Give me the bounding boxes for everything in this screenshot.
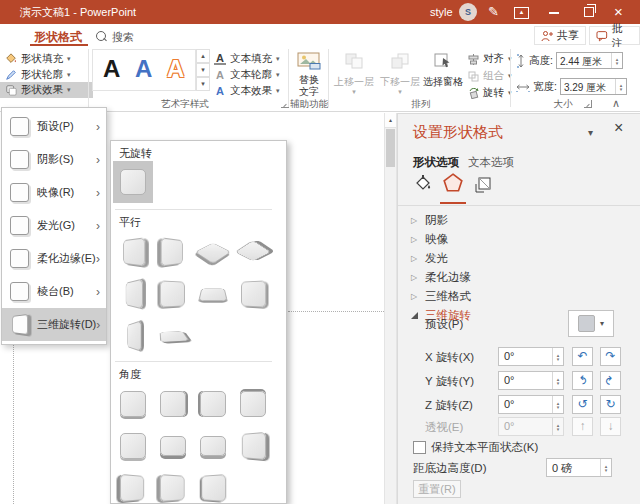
spinner-icon[interactable]: ▴▾ bbox=[615, 79, 626, 94]
pane-section-row[interactable]: ▷ 三维格式 bbox=[398, 287, 640, 306]
x-rotate-right-button[interactable]: ↷ bbox=[600, 347, 621, 366]
gallery-up-icon[interactable]: ▴ bbox=[196, 49, 210, 63]
restore-window-icon[interactable] bbox=[584, 7, 594, 17]
pane-section-row[interactable]: ▷ 发光 bbox=[398, 249, 640, 268]
spinner-icon[interactable]: ▴▾ bbox=[611, 53, 622, 68]
effects-menu-item[interactable]: 映像(R) › bbox=[2, 176, 106, 209]
y-rotate-up-button[interactable]: ↶ bbox=[572, 371, 593, 390]
align-icon bbox=[468, 54, 479, 65]
scrollbar-thumb[interactable] bbox=[386, 129, 395, 167]
wordart-sample[interactable]: A bbox=[167, 56, 184, 82]
effects-menu-item[interactable]: 柔化边缘(E) › bbox=[2, 242, 106, 275]
group-button[interactable]: 组合▾ bbox=[468, 68, 512, 84]
tab-text-options[interactable]: 文本选项 bbox=[468, 155, 514, 170]
spinner-icon[interactable]: ▴▾ bbox=[600, 459, 611, 476]
send-backward-button[interactable]: 下移一层 ▾ bbox=[378, 49, 422, 99]
z-rotate-ccw-button[interactable]: ↺ bbox=[572, 395, 593, 414]
distance-from-ground-input[interactable]: 0 磅 ▴▾ bbox=[546, 458, 612, 477]
collapse-ribbon-icon[interactable]: ∧ bbox=[612, 97, 620, 110]
rotation-option[interactable] bbox=[193, 273, 233, 315]
editor-scrollbar[interactable]: ▴ bbox=[384, 113, 397, 504]
pane-menu-chevron-icon[interactable]: ▾ bbox=[588, 127, 593, 138]
rotation-option[interactable] bbox=[153, 273, 193, 315]
x-rotate-left-button[interactable]: ↶ bbox=[572, 347, 593, 366]
reset-button[interactable]: 重置(R) bbox=[413, 480, 461, 498]
rotation-option[interactable] bbox=[193, 231, 233, 273]
rotation-option[interactable] bbox=[113, 315, 153, 357]
effects-menu-item[interactable]: 三维旋转(D) › bbox=[2, 308, 106, 341]
size-properties-icon[interactable] bbox=[474, 174, 494, 198]
pane-section-row[interactable]: ▷ 阴影 bbox=[398, 211, 640, 230]
rotation-option[interactable] bbox=[153, 231, 193, 273]
pane-section-row[interactable]: ▷ 映像 bbox=[398, 230, 640, 249]
rotation-option[interactable] bbox=[153, 383, 193, 425]
dialog-launcher-icon[interactable] bbox=[584, 100, 592, 108]
text-fill-button[interactable]: A 文本填充▾ bbox=[214, 51, 280, 67]
selection-pane-button[interactable]: 选择窗格 bbox=[422, 49, 464, 99]
shape-outline-button[interactable]: 形状轮廓▾ bbox=[5, 67, 71, 83]
spinner-icon[interactable]: ▴▾ bbox=[552, 372, 563, 389]
height-icon bbox=[516, 54, 526, 68]
y-rotate-down-button[interactable]: ↷ bbox=[600, 371, 621, 390]
z-rotation-input[interactable]: 0° ▴▾ bbox=[498, 395, 564, 414]
pane-title: 设置形状格式 bbox=[413, 123, 503, 142]
rotation-option[interactable] bbox=[113, 425, 153, 467]
rotation-option[interactable] bbox=[113, 231, 153, 273]
keep-text-flat-checkbox[interactable] bbox=[413, 441, 426, 454]
gallery-down-icon[interactable]: ▾ bbox=[196, 63, 210, 77]
rotation-option[interactable] bbox=[193, 425, 233, 467]
rotation-option[interactable] bbox=[233, 383, 273, 425]
comments-button[interactable]: 批注 bbox=[589, 26, 640, 45]
close-icon[interactable]: × bbox=[614, 3, 623, 20]
pane-close-icon[interactable]: × bbox=[614, 119, 623, 137]
scroll-up-icon[interactable]: ▴ bbox=[385, 113, 396, 128]
effects-pentagon-icon[interactable] bbox=[442, 172, 464, 198]
spinner-icon[interactable]: ▴▾ bbox=[552, 348, 563, 365]
width-input[interactable]: 3.29 厘米 ▴▾ bbox=[560, 78, 627, 95]
rotation-option[interactable] bbox=[113, 273, 153, 315]
rotation-option[interactable] bbox=[153, 315, 193, 357]
height-input[interactable]: 2.44 厘米 ▴▾ bbox=[556, 52, 623, 69]
rotation-option[interactable] bbox=[233, 231, 273, 273]
rotation-option[interactable] bbox=[153, 425, 193, 467]
preset-dropdown[interactable]: ▾ bbox=[568, 310, 614, 337]
rotation-option[interactable] bbox=[233, 425, 273, 467]
tab-shape-options[interactable]: 形状选项 bbox=[413, 155, 459, 170]
rotation-option[interactable] bbox=[193, 467, 233, 504]
shape-effects-button[interactable]: 形状效果▾ bbox=[0, 82, 93, 98]
rotation-option[interactable] bbox=[233, 273, 273, 315]
effects-menu-item[interactable]: 预设(P) › bbox=[2, 110, 106, 143]
spinner-icon[interactable]: ▴▾ bbox=[552, 396, 563, 413]
rotation-option[interactable] bbox=[113, 383, 153, 425]
text-effects-button[interactable]: A 文本效果▾ bbox=[214, 83, 280, 99]
y-rotation-input[interactable]: 0° ▴▾ bbox=[498, 371, 564, 390]
effects-menu-item[interactable]: 棱台(B) › bbox=[2, 275, 106, 308]
rotation-option[interactable] bbox=[113, 161, 153, 203]
rotation-option[interactable] bbox=[153, 467, 193, 504]
x-rotation-input[interactable]: 0° ▴▾ bbox=[498, 347, 564, 366]
wordart-sample[interactable]: A bbox=[103, 56, 120, 82]
gallery-more-icon[interactable]: ▾ bbox=[196, 77, 210, 91]
minimize-icon[interactable] bbox=[549, 12, 559, 14]
effects-menu-item[interactable]: 发光(G) › bbox=[2, 209, 106, 242]
group-label-arrange: 排列 bbox=[332, 98, 510, 111]
align-button[interactable]: 对齐▾ bbox=[468, 51, 512, 67]
z-rotate-cw-button[interactable]: ↻ bbox=[600, 395, 621, 414]
ribbon-display-options-icon[interactable]: ▲ bbox=[514, 7, 529, 19]
alt-text-button[interactable]: 替换 文字 bbox=[292, 49, 326, 99]
rotation-option[interactable] bbox=[193, 383, 233, 425]
rotation-option[interactable] bbox=[113, 467, 153, 504]
wordart-sample[interactable]: A bbox=[135, 56, 152, 82]
text-outline-button[interactable]: A 文本轮廓▾ bbox=[214, 67, 280, 83]
search-input[interactable]: 搜索 bbox=[112, 30, 134, 45]
fill-line-icon[interactable] bbox=[413, 174, 433, 198]
wordart-gallery[interactable]: A A A bbox=[92, 49, 196, 91]
effects-menu-item[interactable]: 阴影(S) › bbox=[2, 143, 106, 176]
group-divider bbox=[88, 49, 89, 107]
shape-fill-button[interactable]: 形状填充▾ bbox=[5, 51, 71, 67]
pane-section-row[interactable]: ▷ 柔化边缘 bbox=[398, 268, 640, 287]
bring-forward-button[interactable]: 上移一层 ▾ bbox=[332, 49, 376, 99]
inking-pencil-icon[interactable]: ✎ bbox=[488, 4, 499, 19]
share-button[interactable]: 共享 bbox=[534, 26, 586, 45]
avatar[interactable]: S bbox=[459, 3, 477, 21]
